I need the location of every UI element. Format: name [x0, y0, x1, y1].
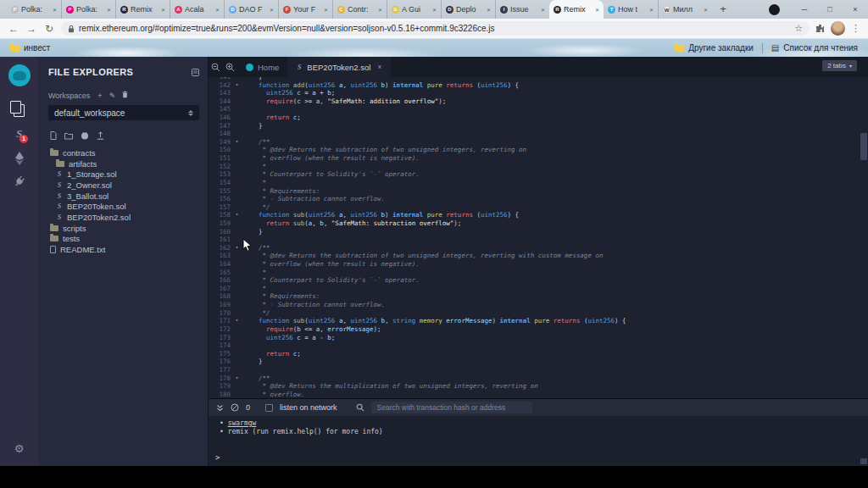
code-line[interactable]: 151 * overflow (when the result is negat… [209, 154, 860, 163]
browser-tab[interactable]: AAcala× [170, 0, 224, 19]
code-line[interactable]: 146 return c; [209, 114, 860, 122]
tree-item[interactable]: tests [48, 234, 199, 245]
tab-close-icon[interactable]: × [324, 6, 328, 14]
workspace-select[interactable]: default_workspace [48, 105, 199, 120]
remix-logo-icon[interactable] [8, 64, 31, 86]
code-line[interactable]: 162▾ /** [209, 244, 860, 252]
tab-close-icon[interactable]: × [704, 6, 708, 14]
browser-tab[interactable]: CContr:× [332, 0, 387, 19]
browser-tab[interactable]: IIssue× [495, 0, 549, 19]
browser-tab[interactable]: PPolka:× [61, 0, 115, 19]
new-file-icon[interactable] [50, 128, 57, 143]
deploy-run-icon[interactable] [14, 152, 25, 165]
new-tab-button[interactable]: + [715, 1, 732, 18]
plugin-manager-icon[interactable] [14, 175, 25, 187]
code-line[interactable]: 160 } [209, 228, 860, 236]
tree-item[interactable]: artifacts [48, 158, 199, 169]
code-line[interactable]: 161 [209, 236, 860, 244]
code-line[interactable]: 150 * @dev Returns the subtraction of tw… [209, 146, 860, 154]
maximize-button[interactable]: □ [817, 0, 843, 19]
code-line[interactable]: 167 * [209, 285, 860, 293]
tab-close-icon[interactable]: × [215, 6, 220, 14]
zoom-in-icon[interactable] [223, 57, 237, 77]
reading-list-button[interactable]: ▤ Список для чтения [771, 43, 858, 53]
terminal-link[interactable]: swarmgw [228, 419, 257, 427]
minimize-button[interactable]: ─ [792, 0, 817, 19]
fold-arrow-icon[interactable]: ▾ [231, 81, 243, 90]
tree-item[interactable]: scripts [48, 223, 199, 234]
terminal-scrollbar-thumb[interactable] [860, 458, 867, 464]
tree-item[interactable]: SBEP20Token2.sol [48, 212, 199, 223]
editor-scrollbar[interactable] [860, 77, 868, 398]
tree-item[interactable]: S3_Ballot.sol [48, 191, 199, 202]
browser-tab[interactable]: DDeplo× [441, 0, 495, 19]
browser-tab[interactable]: DDAO F× [224, 0, 278, 19]
code-line[interactable]: 180 * overflow. [209, 391, 860, 398]
forward-icon[interactable]: → [25, 23, 37, 35]
code-line[interactable]: 168 * Requirements: [209, 292, 860, 301]
github-clone-icon[interactable] [81, 128, 89, 143]
browser-tab[interactable]: GA Gui× [387, 0, 441, 19]
code-line[interactable]: 144 require(c >= a, "SafeMath: addition … [209, 97, 860, 106]
tab-close-icon[interactable]: × [595, 6, 599, 14]
code-line[interactable]: 176 } [209, 358, 860, 366]
tab-close-icon[interactable]: × [53, 6, 57, 14]
code-line[interactable]: 159 return sub(a, b, "SafeMath: subtract… [209, 219, 860, 228]
upload-file-icon[interactable] [97, 128, 104, 143]
tab-close-icon[interactable]: × [161, 6, 165, 14]
browser-tab[interactable]: FYour F× [278, 0, 332, 19]
tabs-count-badge[interactable]: 2 tabs ▾ [822, 60, 857, 71]
zoom-out-icon[interactable] [209, 57, 223, 77]
fold-arrow-icon[interactable]: ▾ [231, 138, 243, 147]
solidity-compiler-icon[interactable]: S 1 [16, 127, 22, 141]
address-bar[interactable]: remix.ethereum.org/#optimize=true&runs=2… [61, 21, 810, 36]
scrollbar-thumb[interactable] [860, 133, 867, 160]
code-line[interactable]: 170 */ [209, 309, 860, 318]
new-folder-icon[interactable] [64, 128, 73, 143]
browser-tab[interactable]: THow t× [604, 0, 658, 19]
fold-arrow-icon[interactable]: ▾ [231, 211, 243, 219]
tree-item[interactable]: S2_Owner.sol [48, 180, 199, 191]
tab-close-icon[interactable]: × [487, 6, 491, 14]
editor-tab-home[interactable]: Home [237, 57, 287, 77]
code-line[interactable]: 149▾ /** [209, 138, 860, 147]
tab-close-icon[interactable]: × [649, 6, 654, 14]
code-line[interactable]: 175 return c; [209, 350, 860, 358]
tree-item[interactable]: SBEP20Token.sol [48, 201, 199, 212]
create-workspace-icon[interactable]: + [97, 92, 102, 100]
code-line[interactable]: 171▾ function sub(uint256 a, uint256 b, … [209, 317, 860, 325]
code-line[interactable]: 158▾ function sub(uint256 a, uint256 b) … [209, 211, 860, 219]
tab-close-icon[interactable]: × [270, 6, 274, 14]
tree-item[interactable]: README.txt [48, 244, 199, 255]
code-line[interactable]: 147 } [209, 122, 860, 130]
terminal-search-input[interactable] [371, 402, 532, 413]
other-bookmarks-button[interactable]: Другие закладки [675, 43, 754, 53]
bookmark-star-icon[interactable]: ☆ [794, 23, 803, 34]
tree-item[interactable]: contracts [48, 147, 199, 158]
code-line[interactable]: 156 * - Subtraction cannot overflow. [209, 195, 860, 203]
extensions-icon[interactable] [815, 24, 825, 33]
code-line[interactable]: 177 [209, 366, 860, 374]
panel-menu-icon[interactable] [192, 64, 199, 80]
delete-workspace-icon[interactable] [122, 91, 128, 100]
expand-terminal-icon[interactable] [216, 404, 224, 412]
fold-arrow-icon[interactable]: ▾ [231, 317, 243, 325]
profile-avatar[interactable] [831, 21, 845, 36]
file-explorer-icon[interactable] [14, 104, 25, 117]
refresh-icon[interactable]: ↻ [43, 23, 55, 35]
terminal-prompt[interactable]: > [215, 453, 220, 462]
code-line[interactable]: 173 uint256 c = a - b; [209, 334, 860, 342]
code-line[interactable]: 152 * [209, 163, 860, 171]
code-line[interactable]: 166 * Counterpart to Solidity's `-` oper… [209, 276, 860, 285]
rename-workspace-icon[interactable]: ✎ [109, 92, 116, 100]
code-editor[interactable]: 141 }142▾ function add(uint256 a, uint25… [209, 77, 868, 398]
tab-close-icon[interactable]: × [432, 6, 437, 14]
code-line[interactable]: 179 * @dev Returns the multiplication of… [209, 382, 860, 391]
code-line[interactable]: 172 require(b <= a, errorMessage); [209, 325, 860, 334]
code-line[interactable]: 145 [209, 105, 860, 114]
code-line[interactable]: 163 * @dev Returns the subtraction of tw… [209, 252, 860, 260]
code-line[interactable]: 154 * [209, 179, 860, 187]
settings-gear-icon[interactable]: ⚙ [0, 442, 38, 455]
tab-close-icon[interactable]: × [107, 6, 111, 14]
fold-arrow-icon[interactable]: ▾ [231, 244, 243, 252]
